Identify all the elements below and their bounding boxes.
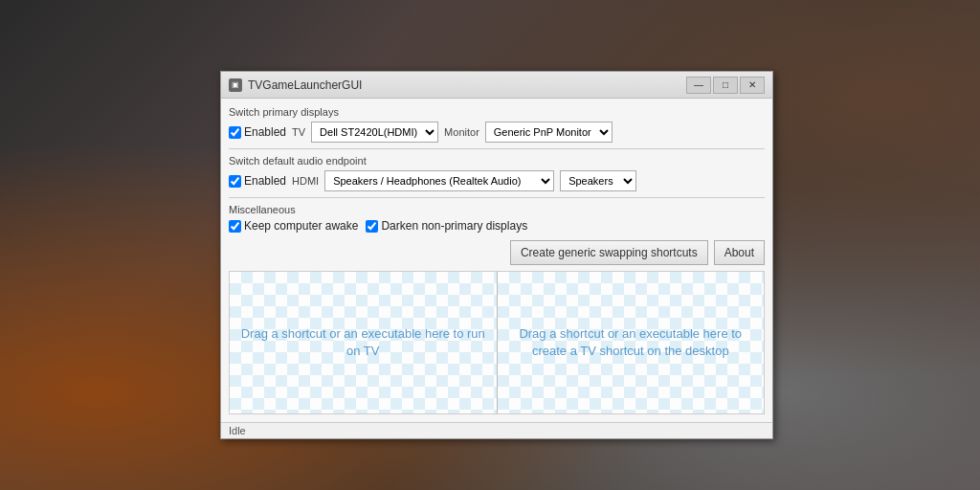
drop-zone-right-text: Drag a shortcut or an executable here to…	[507, 325, 755, 360]
darken-displays-label-text: Darken non-primary displays	[381, 219, 527, 233]
darken-displays-checkbox[interactable]	[366, 220, 378, 233]
keep-awake-label-text: Keep computer awake	[244, 219, 358, 233]
keep-awake-checkbox[interactable]	[229, 220, 241, 233]
misc-buttons: Create generic swapping shortcuts About	[510, 240, 765, 265]
main-window: ▣ TVGameLauncherGUI — □ ✕ Switch primary…	[220, 71, 773, 439]
tv-tag: TV	[292, 126, 305, 138]
keep-awake-checkbox-label[interactable]: Keep computer awake	[229, 219, 358, 233]
audio-enabled-label-text: Enabled	[244, 174, 286, 188]
titlebar: ▣ TVGameLauncherGUI — □ ✕	[221, 72, 772, 99]
close-button[interactable]: ✕	[740, 77, 765, 94]
status-bar: Idle	[221, 422, 772, 438]
window-content: Switch primary displays Enabled TV Dell …	[221, 99, 772, 422]
monitor-tag: Monitor	[444, 126, 479, 138]
audio-enabled-checkbox[interactable]	[229, 175, 241, 188]
minimize-button[interactable]: —	[686, 77, 711, 94]
hdmi-tag: HDMI	[292, 175, 319, 187]
drop-zone-right[interactable]: Drag a shortcut or an executable here to…	[498, 272, 765, 413]
audio-enabled-checkbox-label[interactable]: Enabled	[229, 174, 286, 188]
hdmi-audio-select[interactable]: Speakers / Headphones (Realtek Audio)	[324, 170, 554, 191]
app-icon: ▣	[229, 78, 242, 92]
create-shortcuts-button[interactable]: Create generic swapping shortcuts	[510, 240, 708, 265]
audio-endpoint-row: Enabled HDMI Speakers / Headphones (Real…	[229, 170, 765, 191]
maximize-button[interactable]: □	[713, 77, 738, 94]
drop-zone-container: Drag a shortcut or an executable here to…	[229, 271, 765, 414]
primary-enabled-checkbox-label[interactable]: Enabled	[229, 125, 286, 139]
primary-enabled-checkbox[interactable]	[229, 126, 241, 139]
miscellaneous-label: Miscellaneous	[229, 204, 765, 215]
status-text: Idle	[229, 425, 246, 436]
audio-endpoint-label: Switch default audio endpoint	[229, 155, 765, 167]
divider-2	[229, 197, 765, 198]
miscellaneous-row: Keep computer awake Darken non-primary d…	[229, 219, 765, 265]
speakers-select[interactable]: Speakers	[560, 170, 636, 191]
drop-zone-left[interactable]: Drag a shortcut or an executable here to…	[230, 272, 497, 413]
primary-displays-row: Enabled TV Dell ST2420L(HDMI) Monitor Ge…	[229, 122, 765, 143]
tv-display-select[interactable]: Dell ST2420L(HDMI)	[311, 122, 438, 143]
drop-zone-left-text: Drag a shortcut or an executable here to…	[239, 325, 487, 360]
window-title: TVGameLauncherGUI	[248, 78, 686, 92]
darken-displays-checkbox-label[interactable]: Darken non-primary displays	[366, 219, 527, 233]
primary-enabled-label-text: Enabled	[244, 125, 286, 139]
primary-displays-label: Switch primary displays	[229, 106, 765, 118]
about-button[interactable]: About	[714, 240, 765, 265]
window-controls: — □ ✕	[686, 77, 765, 94]
monitor-select[interactable]: Generic PnP Monitor	[485, 122, 612, 143]
divider-1	[229, 148, 765, 149]
